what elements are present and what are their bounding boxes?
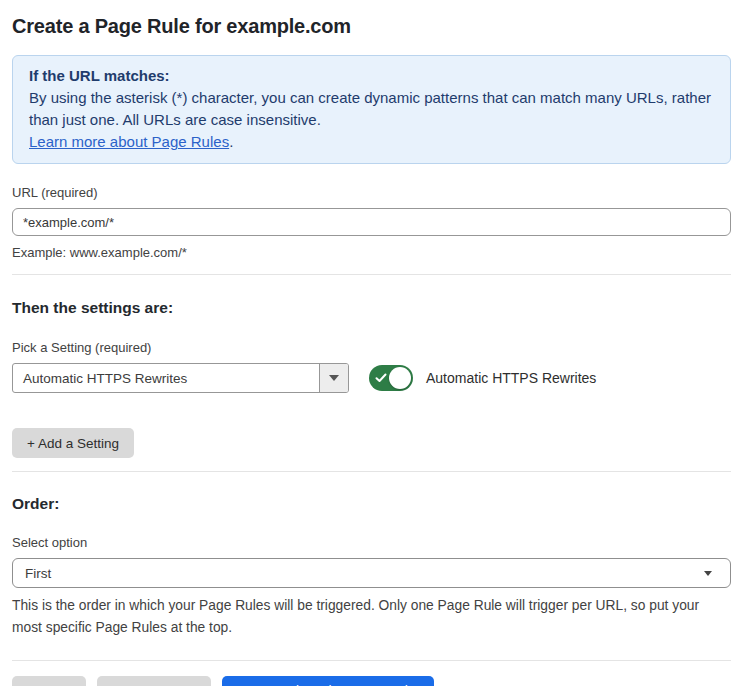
info-box-heading: If the URL matches: (29, 65, 714, 87)
order-select[interactable]: First (12, 558, 731, 588)
add-setting-button[interactable]: + Add a Setting (12, 428, 134, 458)
link-suffix: . (229, 133, 233, 150)
save-and-deploy-button[interactable]: Save and Deploy Page Rule (222, 676, 434, 686)
info-box-body: By using the asterisk (*) character, you… (29, 87, 714, 131)
page-title: Create a Page Rule for example.com (12, 14, 731, 38)
toggle-label: Automatic HTTPS Rewrites (426, 370, 596, 386)
divider (12, 274, 731, 275)
pick-setting-label: Pick a Setting (required) (12, 340, 731, 356)
divider (12, 471, 731, 472)
setting-select[interactable]: Automatic HTTPS Rewrites (12, 363, 349, 393)
chevron-down-icon (329, 375, 339, 381)
check-icon (375, 372, 387, 384)
order-description: This is the order in which your Page Rul… (12, 595, 731, 639)
settings-section-heading: Then the settings are: (12, 298, 731, 317)
setting-select-arrow-button[interactable] (319, 364, 348, 392)
info-box-link-line: Learn more about Page Rules. (29, 131, 714, 153)
url-example-helper: Example: www.example.com/* (12, 245, 731, 260)
https-rewrites-toggle[interactable] (369, 365, 413, 391)
order-select-value: First (25, 566, 704, 581)
learn-more-link[interactable]: Learn more about Page Rules (29, 133, 229, 150)
url-field-label: URL (required) (12, 185, 731, 201)
setting-select-value: Automatic HTTPS Rewrites (13, 364, 319, 392)
footer-actions: Cancel Save as Draft Save and Deploy Pag… (12, 676, 731, 686)
chevron-down-icon (704, 571, 712, 576)
order-section-heading: Order: (12, 494, 731, 513)
url-input[interactable] (12, 208, 731, 236)
page-rule-form: Create a Page Rule for example.com If th… (0, 14, 743, 686)
url-matches-info-box: If the URL matches: By using the asteris… (12, 55, 731, 164)
cancel-button[interactable]: Cancel (12, 676, 86, 686)
divider (12, 660, 731, 661)
order-select-label: Select option (12, 535, 731, 551)
setting-picker-row: Automatic HTTPS Rewrites Automatic HTTPS… (12, 363, 731, 393)
toggle-knob (389, 367, 411, 389)
save-as-draft-button[interactable]: Save as Draft (97, 676, 211, 686)
